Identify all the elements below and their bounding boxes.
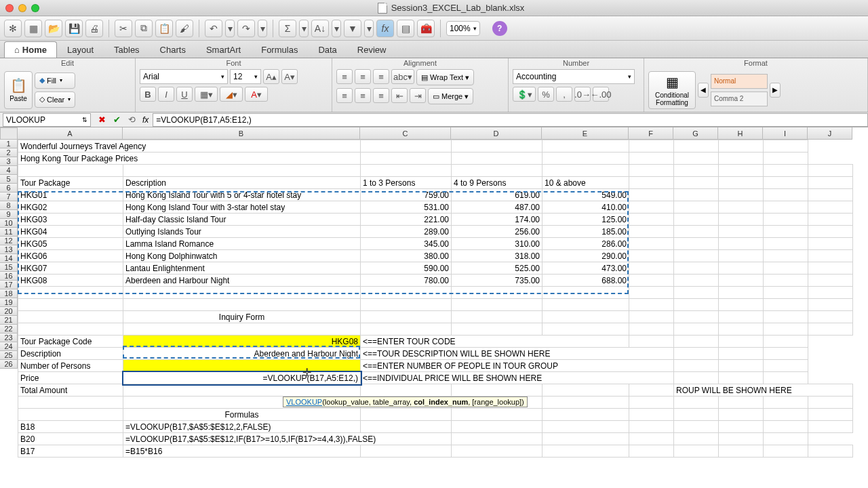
select-all-corner[interactable] xyxy=(0,127,18,140)
filter-dropdown[interactable]: ▾ xyxy=(364,20,374,37)
copy-icon[interactable]: ⧉ xyxy=(135,20,153,37)
fx-icon[interactable]: fx xyxy=(376,20,394,37)
cell[interactable]: Hong Kong Dolphinwatch xyxy=(123,250,361,262)
cell[interactable]: <==TOUR DESCRIPTION WILL BE SHOWN HERE xyxy=(361,348,674,360)
cell[interactable]: HKG08 xyxy=(123,336,361,348)
align-center-icon[interactable]: ≡ xyxy=(355,88,371,103)
cell[interactable]: <==ENTER NUMBER OF PEOPLE IN TOUR GROUP xyxy=(361,360,674,372)
cell[interactable]: Lantau Enlightenment xyxy=(123,262,361,274)
cell[interactable]: Lamma Island Romance xyxy=(123,238,361,250)
cell[interactable]: Total Amount xyxy=(18,384,123,396)
col-header[interactable]: E xyxy=(542,127,629,140)
row-header[interactable]: 4 xyxy=(0,166,18,175)
insert-function-icon[interactable]: ⟲ xyxy=(125,114,138,126)
formula-input[interactable]: =VLOOKUP(B17,A5:E12,) xyxy=(153,113,868,127)
cell[interactable]: Formulas xyxy=(123,409,361,421)
cell[interactable]: Hong Kong Tour Package Prices xyxy=(18,152,361,165)
row-header[interactable]: 20 xyxy=(0,307,18,316)
cell[interactable]: Outlying Islands Tour xyxy=(123,226,361,238)
accept-formula-icon[interactable]: ✔ xyxy=(110,114,123,126)
cell[interactable]: 290.00 xyxy=(542,250,629,262)
format-painter-icon[interactable]: 🖌 xyxy=(176,20,193,37)
cell[interactable]: 525.00 xyxy=(452,262,542,274)
cell[interactable]: Hong Kong Island Tour with 3-star hotel … xyxy=(123,201,361,214)
help-icon[interactable]: ? xyxy=(492,21,507,36)
cell[interactable]: 410.00 xyxy=(542,201,629,214)
comma-icon[interactable]: , xyxy=(556,87,572,102)
undo-icon[interactable]: ↶ xyxy=(205,20,222,37)
row-header[interactable]: 7 xyxy=(0,192,18,201)
cell[interactable]: 688.00 xyxy=(542,274,629,287)
merge-button[interactable]: ▭ Merge ▾ xyxy=(428,88,473,104)
cell[interactable]: Description xyxy=(123,177,361,189)
shrink-font-icon[interactable]: A▾ xyxy=(281,69,298,84)
cell[interactable]: =VLOOKUP(B17,$A$5:$E$12,IF(B17>=10,5,IF(… xyxy=(123,433,452,445)
cell[interactable]: HKG08 xyxy=(18,274,123,287)
filter-icon[interactable]: ▼ xyxy=(344,20,361,37)
row-header[interactable]: 25 xyxy=(0,351,18,360)
italic-icon[interactable]: I xyxy=(158,87,174,102)
show-icon[interactable]: ▤ xyxy=(397,20,414,37)
bold-icon[interactable]: B xyxy=(140,87,156,102)
cell[interactable]: 590.00 xyxy=(361,262,452,274)
col-header[interactable]: F xyxy=(629,127,673,140)
row-header[interactable]: 12 xyxy=(0,237,18,245)
cell[interactable]: Price xyxy=(18,372,123,384)
align-middle-icon[interactable]: ≡ xyxy=(355,69,371,84)
cell[interactable]: HKG02 xyxy=(18,201,123,214)
cell[interactable]: 286.00 xyxy=(542,238,629,250)
row-header[interactable]: 17 xyxy=(0,281,18,289)
tab-smartart[interactable]: SmartArt xyxy=(196,41,251,58)
cell[interactable]: B17 xyxy=(18,445,123,458)
autosum-dropdown[interactable]: ▾ xyxy=(299,20,309,37)
cell[interactable]: 780.00 xyxy=(361,274,452,287)
worksheet[interactable]: A B C D E F G H I J Wonderful Journeys T… xyxy=(18,127,853,488)
align-top-icon[interactable]: ≡ xyxy=(336,69,353,84)
cell[interactable]: 1 to 3 Persons xyxy=(361,177,452,189)
col-header[interactable]: H xyxy=(718,127,763,140)
cell[interactable]: Inquiry Form xyxy=(123,311,361,323)
row-header[interactable]: 18 xyxy=(0,289,18,298)
toolbox-icon[interactable]: 🧰 xyxy=(417,20,435,37)
cell[interactable]: 619.00 xyxy=(452,189,542,201)
cell[interactable]: Hong Kong Island Tour with 5 or 4-star h… xyxy=(123,189,361,201)
redo-dropdown[interactable]: ▾ xyxy=(258,20,267,37)
cell[interactable]: Number of Persons xyxy=(18,360,123,372)
clear-button[interactable]: ◇Clear▾ xyxy=(35,92,75,108)
cell[interactable]: 531.00 xyxy=(361,201,452,214)
cell[interactable]: Half-day Classic Island Tour xyxy=(123,214,361,226)
cell[interactable]: Description xyxy=(18,348,123,360)
sort-dropdown[interactable]: ▾ xyxy=(332,20,341,37)
cancel-formula-icon[interactable]: ✖ xyxy=(95,114,108,126)
tab-tables[interactable]: Tables xyxy=(104,41,150,58)
tab-layout[interactable]: Layout xyxy=(57,41,104,58)
cell[interactable]: 4 to 9 Persons xyxy=(452,177,542,189)
row-header[interactable]: 9 xyxy=(0,210,18,219)
row-header[interactable]: 13 xyxy=(0,245,18,254)
cell[interactable]: HKG05 xyxy=(18,238,123,250)
fill-color-icon[interactable]: ◢▾ xyxy=(220,87,243,102)
cell[interactable]: 759.00 xyxy=(361,189,452,201)
paste-icon[interactable]: 📋 xyxy=(155,20,173,37)
minimize-icon[interactable] xyxy=(18,4,26,12)
col-header[interactable]: G xyxy=(673,127,718,140)
row-header[interactable]: 15 xyxy=(0,263,18,272)
row-header[interactable]: 16 xyxy=(0,272,18,281)
row-header[interactable]: 23 xyxy=(0,333,18,342)
sort-icon[interactable]: A↓ xyxy=(311,20,329,37)
cell[interactable]: B18 xyxy=(18,421,123,433)
percent-icon[interactable]: % xyxy=(538,87,554,102)
row-header[interactable]: 1 xyxy=(0,140,18,148)
undo-dropdown[interactable]: ▾ xyxy=(225,20,235,37)
cell[interactable]: 289.00 xyxy=(361,226,452,238)
zoom-icon[interactable] xyxy=(31,4,39,12)
tab-review[interactable]: Review xyxy=(347,41,397,58)
tab-formulas[interactable]: Formulas xyxy=(251,41,308,58)
increase-decimal-icon[interactable]: ←.00 xyxy=(593,87,609,102)
grow-font-icon[interactable]: A▴ xyxy=(263,69,279,84)
cell[interactable]: <==ENTER TOUR CODE xyxy=(361,336,629,348)
cell[interactable]: ROUP WILL BE SHOWN HERE xyxy=(674,384,853,396)
row-header[interactable]: 6 xyxy=(0,184,18,192)
cell[interactable]: 345.00 xyxy=(361,238,452,250)
row-header[interactable]: 5 xyxy=(0,175,18,184)
